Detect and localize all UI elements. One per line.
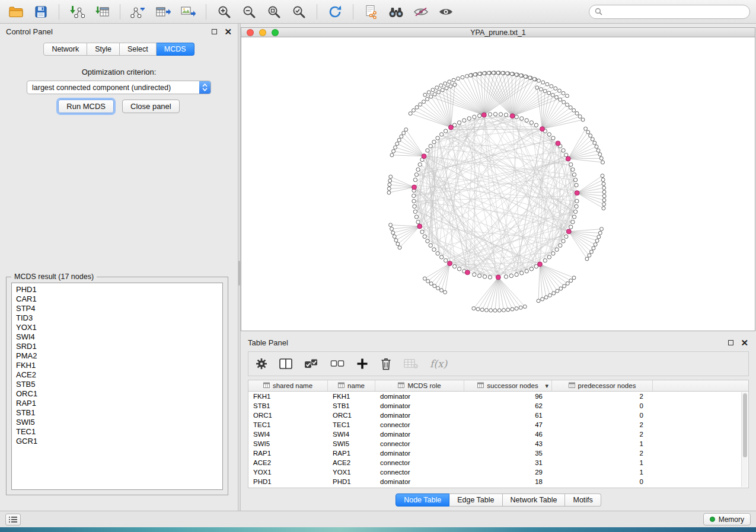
table-cell: dominator: [375, 411, 464, 420]
control-panel-title: Control Panel: [6, 27, 53, 36]
table-row[interactable]: SWI5SWI5connector431: [248, 439, 748, 448]
save-icon[interactable]: [31, 3, 51, 21]
status-bar: Memory: [0, 511, 756, 527]
tab-style[interactable]: Style: [87, 43, 120, 56]
mcds-result-item[interactable]: RAP1: [12, 399, 222, 408]
table-cell: 43: [464, 439, 552, 448]
trash-icon[interactable]: [380, 357, 392, 370]
refresh-icon[interactable]: [325, 3, 345, 21]
table-row[interactable]: PHD1PHD1dominator180: [248, 477, 748, 486]
import-table-icon[interactable]: [92, 3, 112, 21]
task-history-icon[interactable]: [5, 514, 21, 525]
table-panel-close-button[interactable]: ✕: [741, 338, 748, 347]
zoom-selected-icon[interactable]: [289, 3, 309, 21]
tab-select[interactable]: Select: [120, 43, 157, 56]
column-header-filler: [653, 380, 748, 391]
toolbar-separator: [59, 4, 59, 20]
tab-motifs[interactable]: Motifs: [565, 493, 601, 507]
mcds-result-item[interactable]: STP4: [12, 304, 222, 313]
window-minimize-button[interactable]: [259, 29, 266, 36]
mcds-result-item[interactable]: PMA2: [12, 351, 222, 361]
tab-edge-table[interactable]: Edge Table: [449, 493, 502, 507]
mcds-result-item[interactable]: PHD1: [12, 285, 222, 294]
window-close-button[interactable]: [247, 29, 254, 36]
add-icon[interactable]: [356, 358, 368, 370]
binoculars-icon[interactable]: [386, 3, 406, 21]
mcds-result-item[interactable]: ORC1: [12, 389, 222, 399]
table-row[interactable]: FKH1FKH1dominator962: [248, 392, 748, 401]
table-cell: TEC1: [328, 420, 375, 430]
tab-node-table[interactable]: Node Table: [395, 493, 449, 507]
table-cell: dominator: [375, 430, 464, 439]
table-row[interactable]: SWI4SWI4dominator462: [248, 430, 748, 439]
float-panel-button[interactable]: [212, 29, 217, 34]
open-folder-icon[interactable]: [6, 3, 26, 21]
mcds-result-item[interactable]: SWI5: [12, 418, 222, 427]
show-details-icon[interactable]: [436, 3, 456, 21]
splitter-handle[interactable]: [238, 261, 240, 286]
mcds-result-item[interactable]: SWI4: [12, 332, 222, 342]
zoom-out-icon[interactable]: [239, 3, 259, 21]
scrollbar-thumb[interactable]: [743, 393, 747, 457]
window-zoom-button[interactable]: [272, 29, 279, 36]
import-network-icon[interactable]: [67, 3, 87, 21]
mcds-result-item[interactable]: CAR1: [12, 294, 222, 304]
mcds-result-item[interactable]: TID3: [12, 313, 222, 323]
close-panel-button[interactable]: ✕: [224, 27, 232, 36]
table-cell: 2: [552, 392, 653, 401]
column-header-name[interactable]: name: [328, 380, 375, 391]
table-header-row: shared namenameMCDS rolesuccessor nodes▾…: [248, 380, 748, 392]
table-row[interactable]: STB1STB1dominator620: [248, 401, 748, 411]
mcds-result-item[interactable]: STB5: [12, 380, 222, 389]
clear-all-checks-icon[interactable]: [330, 360, 344, 368]
table-row[interactable]: RAP1RAP1dominator352: [248, 448, 748, 458]
table-cell-filler: [653, 477, 748, 486]
table-panel-float-button[interactable]: [728, 340, 733, 345]
network-canvas[interactable]: [241, 37, 755, 331]
mcds-result-item[interactable]: FKH1: [12, 361, 222, 370]
memory-label: Memory: [719, 515, 744, 524]
mcds-result-item[interactable]: GCR1: [12, 437, 222, 446]
tab-network-table[interactable]: Network Table: [503, 493, 566, 507]
search-icon: [595, 8, 602, 15]
table-row[interactable]: ORC1ORC1dominator610: [248, 411, 748, 420]
share-document-icon[interactable]: [361, 3, 381, 21]
optimization-criterion-dropdown[interactable]: largest connected component (undirected): [27, 81, 211, 94]
table-row[interactable]: YOX1YOX1connector291: [248, 467, 748, 477]
table-cell: SWI5: [248, 439, 328, 448]
mcds-result-item[interactable]: TEC1: [12, 427, 222, 437]
table-cell: STB1: [328, 401, 375, 411]
memory-button[interactable]: Memory: [703, 513, 751, 525]
column-header-successor-nodes[interactable]: successor nodes▾: [464, 380, 552, 391]
close-panel-action-button[interactable]: Close panel: [122, 100, 180, 113]
table-cell: 2: [552, 430, 653, 439]
search-input[interactable]: [606, 8, 744, 16]
gear-icon[interactable]: [256, 358, 267, 370]
zoom-fit-icon[interactable]: [264, 3, 284, 21]
table-cell: FKH1: [248, 392, 328, 401]
mcds-result-item[interactable]: STB1: [12, 408, 222, 418]
mcds-result-item[interactable]: SRD1: [12, 342, 222, 351]
select-all-checks-icon[interactable]: [304, 358, 318, 370]
table-cell: 46: [464, 430, 552, 439]
column-header-MCDS-role[interactable]: MCDS role: [375, 380, 464, 391]
tab-network[interactable]: Network: [43, 43, 87, 56]
mcds-result-item[interactable]: YOX1: [12, 323, 222, 332]
export-network-icon[interactable]: [128, 3, 148, 21]
mcds-result-title: MCDS result (17 nodes): [11, 273, 97, 281]
export-image-icon[interactable]: [178, 3, 198, 21]
export-table-icon[interactable]: [153, 3, 173, 21]
zoom-in-icon[interactable]: [214, 3, 234, 21]
mcds-result-item[interactable]: ACE2: [12, 370, 222, 380]
tab-mcds[interactable]: MCDS: [157, 43, 194, 56]
run-mcds-button[interactable]: Run MCDS: [58, 100, 114, 113]
table-row[interactable]: ACE2ACE2connector311: [248, 458, 748, 467]
table-row[interactable]: TEC1TEC1connector472: [248, 420, 748, 430]
table-scrollbar[interactable]: [741, 392, 748, 487]
split-columns-icon[interactable]: [279, 358, 292, 369]
column-header-predecessor-nodes[interactable]: predecessor nodes: [552, 380, 653, 391]
sort-arrow-icon[interactable]: ▾: [545, 382, 548, 390]
column-header-shared-name[interactable]: shared name: [248, 380, 328, 391]
hide-details-icon[interactable]: [411, 3, 431, 21]
table-cell: 1: [552, 439, 653, 448]
